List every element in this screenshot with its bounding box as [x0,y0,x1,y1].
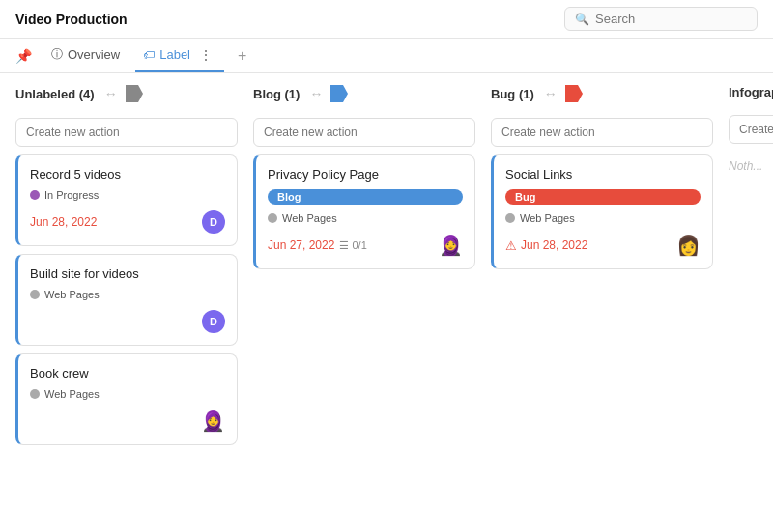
label-tag-unlabeled [126,85,143,102]
nothing-text: Noth... [729,152,773,173]
search-input[interactable] [595,12,747,26]
resize-arrows-bug: ↔ [544,86,558,101]
card-footer-2: D [30,310,225,333]
card-date-5: Jun 28, 2022 [521,238,587,252]
status-dot-4 [268,213,277,223]
status-label-1: In Progress [44,189,99,201]
checklist-icon-4: ☰ 0/1 [339,239,366,252]
column-title-infographic: Infographic [729,85,773,99]
card-book-crew: Book crew Web Pages 🧕 [15,353,238,445]
create-action-blog[interactable] [253,118,475,147]
card-date-4: Jun 27, 2022 [268,238,334,252]
card-title-1: Record 5 videos [30,167,225,182]
column-header-infographic: Infographic [729,85,773,103]
app-header: Video Production 🔍 [0,0,773,39]
tab-overview-label: Overview [68,47,120,62]
search-bar[interactable]: 🔍 [564,7,758,31]
svg-marker-2 [565,85,583,102]
card-footer-5: ⚠ Jun 28, 2022 👩 [505,234,701,257]
tab-overview[interactable]: ⓘ Overview [43,41,128,70]
column-blog: Blog (1) ↔ Privacy Policy Page Blog Web … [253,85,475,520]
card-footer-3: 🧕 [30,409,225,433]
column-header-blog: Blog (1) ↔ [253,85,475,106]
card-build-site: Build site for videos Web Pages D [15,254,238,346]
svg-marker-1 [330,85,348,102]
add-tab-button[interactable]: + [232,43,252,69]
status-label-2: Web Pages [44,289,100,300]
card-privacy-policy: Privacy Policy Page Blog Web Pages Jun 2… [253,154,475,269]
card-title-5: Social Links [505,167,701,182]
web-pages-badge-2: Web Pages [30,289,225,300]
overview-icon: ⓘ [51,46,63,63]
resize-arrows-unlabeled: ↔ [104,86,118,101]
status-dot-2 [30,290,40,299]
card-title-4: Privacy Policy Page [268,167,463,182]
resize-arrows-blog: ↔ [309,86,323,101]
tab-menu-icon[interactable]: ⋮ [195,45,216,65]
status-label-4: Web Pages [282,212,337,224]
create-action-bug[interactable] [491,118,713,147]
avatar-5: 👩 [676,234,701,257]
status-label-5: Web Pages [520,212,575,224]
column-title-blog: Blog (1) [253,87,300,101]
web-pages-badge-4: Web Pages [268,212,463,224]
card-footer-4: Jun 27, 2022 ☰ 0/1 🧕 [268,234,463,257]
card-title-2: Build site for videos [30,266,225,281]
avatar-4: 🧕 [439,234,463,257]
label-pill-bug: Bug [505,189,701,205]
column-infographic: Infographic Noth... [729,85,773,520]
search-icon: 🔍 [575,13,589,26]
svg-marker-0 [126,85,143,102]
label-tag-bug [565,85,583,102]
board: Unlabeled (4) ↔ Record 5 videos In Progr… [0,73,773,532]
card-date-1: Jun 28, 2022 [30,215,97,229]
card-record-5-videos: Record 5 videos In Progress Jun 28, 2022… [15,154,238,246]
column-bug: Bug (1) ↔ Social Links Bug Web Pages ⚠ [491,85,713,520]
column-title-bug: Bug (1) [491,87,534,101]
status-label-3: Web Pages [44,388,100,400]
column-title-unlabeled: Unlabeled (4) [15,87,95,101]
tab-bar: 📌 ⓘ Overview 🏷 Label ⋮ + [0,39,773,73]
status-dot-3 [30,389,40,399]
label-tag-blog [330,85,348,102]
column-header-bug: Bug (1) ↔ [491,85,713,106]
status-dot-1 [30,190,40,200]
pin-icon: 📌 [15,48,32,64]
create-action-unlabeled[interactable] [15,118,238,147]
status-dot-5 [505,213,515,223]
label-icon: 🏷 [143,48,155,62]
web-pages-badge-5: Web Pages [505,212,701,224]
avatar-1: D [202,210,225,234]
label-pill-blog: Blog [268,189,463,205]
tab-label-label: Label [159,47,190,62]
status-badge-1: In Progress [30,189,225,201]
card-social-links: Social Links Bug Web Pages ⚠ Jun 28, 202… [491,154,713,269]
web-pages-badge-3: Web Pages [30,388,225,400]
avatar-2: D [202,310,225,333]
app-title: Video Production [15,12,128,27]
column-unlabeled: Unlabeled (4) ↔ Record 5 videos In Progr… [15,85,238,520]
column-header-unlabeled: Unlabeled (4) ↔ [15,85,238,106]
app-container: Video Production 🔍 📌 ⓘ Overview 🏷 Label … [0,0,773,532]
tab-label[interactable]: 🏷 Label ⋮ [135,40,224,72]
card-footer-1: Jun 28, 2022 D [30,210,225,234]
card-title-3: Book crew [30,366,225,380]
avatar-3: 🧕 [201,409,225,433]
create-action-infographic[interactable] [729,115,773,144]
warning-icon-5: ⚠ [505,238,517,253]
